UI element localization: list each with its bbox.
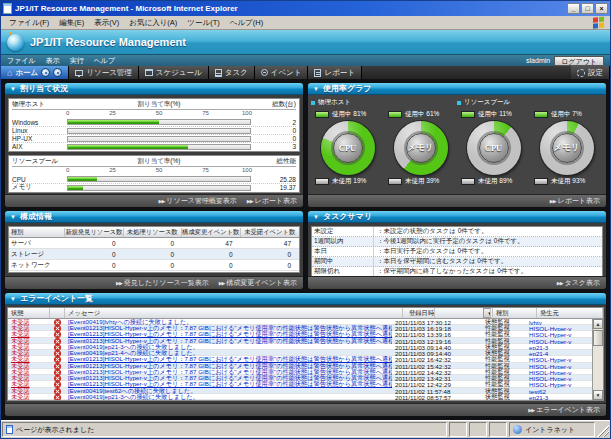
tab-schedule[interactable]: スケジュール: [139, 66, 209, 79]
panel-usage-header[interactable]: ▼ 使用率グラフ: [308, 83, 606, 95]
link-config-change-events[interactable]: ▶▶構成変更イベント表示: [219, 278, 297, 288]
tab-resource-management[interactable]: リソース管理: [69, 66, 139, 79]
donut-center: CPU: [333, 133, 363, 163]
home-icon: ⌂: [7, 69, 12, 77]
panel-allocation: ▼ 割り当て状況 物理ホスト 割り当て率(%) 総数(台) 0: [4, 82, 304, 208]
task-category: 未設定: [312, 227, 374, 236]
resource-type: ストレージ: [9, 250, 65, 259]
link-report-display[interactable]: ▶▶レポート表示: [550, 196, 600, 206]
collapse-icon: ▼: [10, 296, 16, 302]
event-source-link[interactable]: ep21-3: [526, 394, 592, 400]
collapse-icon: ▼: [10, 214, 16, 220]
event-status-link[interactable]: 未受諾: [8, 393, 50, 400]
scrollbar-thumb[interactable]: [593, 330, 603, 346]
usage-donut: 使用中 81% CPU 未使用 19%: [311, 110, 384, 191]
page-done-icon: [6, 425, 13, 434]
tab-home[interactable]: ⌂ ホーム: [1, 66, 69, 79]
bullet-icon: [311, 101, 315, 105]
event-message-link[interactable]: [Event00419]ep21-3への接続に失敗しました。: [65, 393, 392, 400]
status-message: ページが表示されました: [16, 425, 94, 435]
minimize-button[interactable]: _: [567, 3, 580, 14]
tab-task[interactable]: タスク: [209, 66, 255, 79]
task-category: 本日: [312, 247, 374, 256]
task-description: ：未設定の状態のタスクは 0件です。: [374, 227, 602, 236]
pool-label: メモリ: [12, 183, 66, 192]
config-row: サーバ 0 0 47 47: [9, 238, 299, 249]
panel-allocation-header[interactable]: ▼ 割り当て状況: [5, 83, 303, 95]
intranet-zone-icon: [513, 425, 522, 434]
page-icon[interactable]: [3, 3, 12, 14]
host-label: AIX: [12, 143, 66, 150]
refresh-icon[interactable]: [53, 68, 62, 77]
host-label: HP-UX: [12, 135, 66, 142]
host-label: Linux: [12, 127, 66, 134]
donut-chart: メモリ: [394, 121, 448, 175]
menu-view[interactable]: 表示(V): [89, 18, 124, 28]
column-header: 物理ホスト: [12, 100, 66, 109]
panel-task-header[interactable]: ▼ タスクサマリ: [308, 211, 606, 223]
link-report-display[interactable]: ▶▶レポート表示: [247, 196, 297, 206]
panel-config-header[interactable]: ▼ 構成情報: [5, 211, 303, 223]
scroll-up-icon[interactable]: ▲: [593, 319, 603, 329]
menu-help[interactable]: ヘルプ(H): [225, 18, 268, 28]
task-summary-row: 本日 ：本日実行予定のタスクは 0件です。: [312, 247, 602, 257]
logout-button[interactable]: ログアウト: [554, 56, 604, 66]
close-button[interactable]: ×: [595, 3, 608, 14]
unused-swatch-icon: [461, 178, 475, 185]
host-label: Windows: [12, 119, 66, 126]
donut-chart: CPU: [321, 121, 375, 175]
vertical-scrollbar[interactable]: ▲ ▼: [592, 319, 603, 400]
panel-title: エラーイベント一覧: [20, 293, 93, 304]
browser-window: JP1/IT Resource Management - Microsoft I…: [0, 0, 611, 439]
tab-report[interactable]: レポート: [308, 66, 362, 79]
app-logo-globe-icon: [7, 34, 24, 51]
panel-title: タスクサマリ: [323, 211, 372, 222]
link-resource-overview[interactable]: ▶▶リソース管理概要表示: [159, 196, 237, 206]
host-allocation-row: Linux 0: [12, 126, 296, 134]
unused-swatch-icon: [534, 178, 548, 185]
legend-resource-pool: リソースプール: [457, 98, 530, 107]
used-swatch-icon: [534, 111, 548, 118]
unused-legend: 未使用 89%: [457, 177, 530, 186]
host-count: 0: [252, 135, 296, 142]
link-discovered-resources[interactable]: ▶▶発見したリソース一覧表示: [116, 278, 209, 288]
menu-file[interactable]: ファイル(F): [4, 18, 54, 28]
scroll-down-icon[interactable]: ▼: [593, 390, 603, 400]
host-count: 0: [252, 127, 296, 134]
sort-descending-icon[interactable]: ▼: [483, 308, 491, 318]
menu-edit[interactable]: 編集(E): [54, 18, 89, 28]
app-title: JP1/IT Resource Management: [30, 36, 186, 48]
link-error-event-display[interactable]: ▶▶エラーイベント表示: [528, 405, 600, 415]
menu-tools[interactable]: ツール(T): [182, 18, 224, 28]
tab-settings[interactable]: 設定: [571, 66, 610, 79]
resize-grip[interactable]: [597, 422, 609, 437]
task-description: ：今後1週間以内に実行予定のタスクは 0件です。: [374, 237, 602, 246]
task-category: 期限切れ: [312, 267, 374, 276]
link-task-display[interactable]: ▶▶タスク表示: [557, 278, 600, 288]
app-menu-help[interactable]: ヘルプ: [94, 56, 116, 66]
config-row: ネットワーク 0 0 0 0: [9, 260, 299, 271]
title-bar[interactable]: JP1/IT Resource Management - Microsoft I…: [1, 1, 610, 16]
column-header: 割り当て率(%): [66, 100, 252, 109]
allocation-bar: [67, 119, 251, 125]
app-menu-execute[interactable]: 実行: [70, 56, 84, 66]
pool-allocation-row: メモリ 19.37: [12, 183, 296, 191]
panel-events-header[interactable]: ▼ エラーイベント一覧: [5, 293, 606, 305]
axis-ticks: 0 25 50 75 100: [66, 167, 252, 175]
host-allocation-table: 物理ホスト 割り当て率(%) 総数(台) 0 25 50 75 100: [8, 98, 300, 152]
column-header: 総性能: [252, 157, 296, 166]
allocation-bar: [67, 136, 251, 142]
app-menu-file[interactable]: ファイル: [7, 56, 36, 66]
config-table-header: 種別 新規発見リソース数 未処理リソース数 構成変更イベント数 未受諾イベント数: [9, 227, 299, 238]
resource-type: ネットワーク: [9, 261, 65, 270]
task-category: 1週間以内: [312, 237, 374, 246]
tab-event[interactable]: イベント: [255, 66, 309, 79]
unused-legend: 未使用 93%: [530, 177, 603, 186]
used-legend: 使用中 81%: [311, 110, 384, 119]
maximize-button[interactable]: □: [581, 3, 594, 14]
app-menu-view[interactable]: 表示: [46, 56, 60, 66]
panel-task-summary: ▼ タスクサマリ 未設定 ：未設定の状態のタスクは 0件です。: [307, 210, 607, 290]
menu-favorites[interactable]: お気に入り(A): [124, 18, 182, 28]
error-event-row: 未受諾 [Event00419]ep21-3への接続に失敗しました。 2011/…: [8, 394, 592, 400]
search-icon[interactable]: [41, 68, 50, 77]
